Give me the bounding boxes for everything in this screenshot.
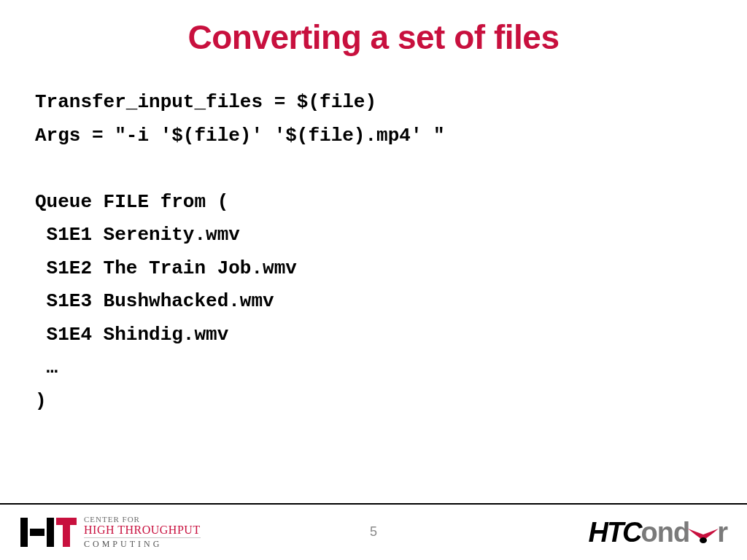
code-line: S1E4 Shindig.wmv [35,324,228,346]
code-block: Transfer_input_files = $(file) Args = "-… [35,86,712,418]
htcondor-c: C [622,517,640,548]
bird-icon [686,521,720,543]
code-line: Args = "-i '$(file)' '$(file).mp4' " [35,125,445,147]
htcondor-ht: HT [588,517,622,548]
slide: Converting a set of files Transfer_input… [0,0,747,560]
footer: CENTER FOR HIGH THROUGHPUT COMPUTING HTC… [0,503,747,560]
chtc-line2: HIGH THROUGHPUT [84,524,201,539]
chtc-text: CENTER FOR HIGH THROUGHPUT COMPUTING [84,516,201,549]
chtc-line3: COMPUTING [84,540,201,549]
code-line: Transfer_input_files = $(file) [35,91,376,113]
slide-body: Transfer_input_files = $(file) Args = "-… [0,57,747,418]
chtc-logo: CENTER FOR HIGH THROUGHPUT COMPUTING [20,516,201,549]
htcondor-ond: ond [641,517,690,548]
code-line: … [35,357,58,378]
code-line: S1E2 The Train Job.wmv [35,257,297,279]
chtc-line1: CENTER FOR [84,516,201,524]
svg-point-0 [700,537,707,543]
slide-title: Converting a set of files [0,0,747,57]
code-line: Queue FILE from ( [35,191,228,213]
code-line: S1E3 Bushwhacked.wmv [35,290,274,312]
code-line: ) [35,390,47,412]
htcondor-logo: HTCondr [588,517,727,548]
chtc-mark-icon [20,518,77,547]
code-line: S1E1 Serenity.wmv [35,224,240,246]
